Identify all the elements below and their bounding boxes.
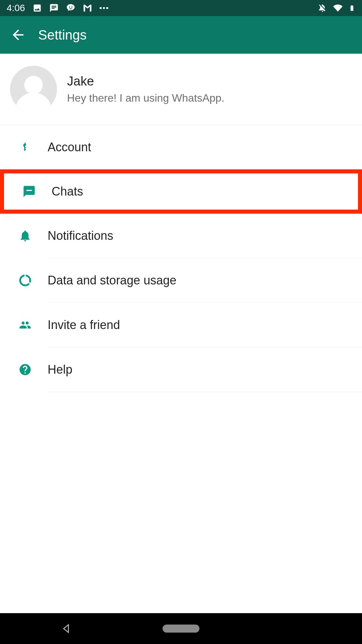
gmail-icon bbox=[83, 3, 92, 13]
menu-item-label: Chats bbox=[52, 184, 83, 199]
avatar bbox=[10, 66, 57, 113]
profile-row[interactable]: Jake Hey there! I am using WhatsApp. bbox=[0, 54, 362, 125]
status-time: 4:06 bbox=[7, 3, 25, 13]
bell-icon bbox=[16, 228, 34, 243]
settings-menu: Account Chats Notifications Data and sto… bbox=[0, 125, 362, 392]
page-title: Settings bbox=[38, 28, 87, 43]
android-nav-bar bbox=[0, 613, 362, 644]
nav-home-pill[interactable] bbox=[163, 625, 199, 633]
profile-name: Jake bbox=[67, 74, 225, 89]
chat-icon bbox=[20, 185, 38, 198]
menu-item-label: Notifications bbox=[48, 229, 113, 243]
nav-back-icon[interactable] bbox=[60, 623, 72, 634]
help-icon bbox=[16, 363, 34, 376]
reddit-icon bbox=[66, 3, 75, 13]
android-status-bar: 4:06 ••• bbox=[0, 0, 362, 16]
divider bbox=[48, 392, 362, 392]
data-usage-icon bbox=[16, 273, 34, 287]
wifi-icon bbox=[333, 3, 343, 13]
message-icon bbox=[49, 3, 59, 13]
menu-item-chats[interactable]: Chats bbox=[0, 169, 362, 214]
menu-item-notifications[interactable]: Notifications bbox=[0, 214, 362, 258]
menu-item-label: Help bbox=[48, 363, 72, 377]
people-icon bbox=[16, 319, 34, 331]
profile-status: Hey there! I am using WhatsApp. bbox=[67, 92, 225, 104]
menu-item-data[interactable]: Data and storage usage bbox=[0, 258, 362, 303]
battery-icon bbox=[349, 3, 355, 13]
notifications-off-icon bbox=[318, 3, 327, 13]
overflow-dots-icon: ••• bbox=[100, 4, 109, 12]
menu-item-help[interactable]: Help bbox=[0, 347, 362, 392]
app-bar: Settings bbox=[0, 16, 362, 54]
menu-item-label: Account bbox=[48, 140, 91, 154]
menu-item-invite[interactable]: Invite a friend bbox=[0, 303, 362, 347]
menu-item-label: Data and storage usage bbox=[48, 273, 176, 287]
menu-item-account[interactable]: Account bbox=[0, 125, 362, 169]
key-icon bbox=[16, 140, 34, 155]
menu-item-label: Invite a friend bbox=[48, 318, 120, 332]
image-icon bbox=[33, 3, 42, 13]
back-arrow-icon[interactable] bbox=[10, 27, 26, 43]
